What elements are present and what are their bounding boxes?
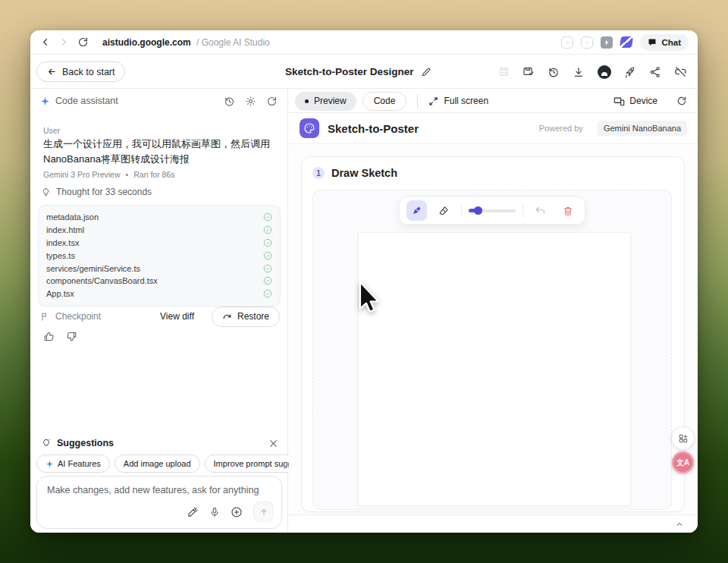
send-button[interactable] — [253, 502, 274, 522]
chip-label: AI Features — [58, 459, 101, 468]
file-row[interactable]: types.ts — [46, 249, 272, 262]
file-name: metadata.json — [46, 212, 99, 222]
translate-floating-button[interactable]: 文A — [672, 451, 694, 473]
pen-tool-button[interactable] — [406, 200, 427, 221]
user-message: 生成一个设计应用，我可以用鼠标画草图，然后调用NanoBanana将草图转成设计… — [43, 137, 275, 167]
back-to-start-button[interactable]: Back to start — [36, 61, 125, 82]
tab-code[interactable]: Code — [362, 92, 407, 111]
chip-add-image-upload[interactable]: Add image upload — [115, 454, 200, 473]
undo-button[interactable] — [530, 200, 551, 221]
back-icon[interactable] — [39, 36, 51, 48]
check-icon — [263, 276, 272, 285]
bolt-extension-icon[interactable] — [601, 36, 613, 49]
chat-button[interactable]: Chat — [640, 34, 689, 51]
pen-nib-icon — [411, 205, 422, 216]
file-row[interactable]: App.tsx — [46, 288, 272, 300]
trash-icon — [563, 206, 573, 216]
code-assistant-panel: Code assistant User 生成一个设计应用，我可以用鼠标画草图，然… — [30, 90, 288, 533]
github-icon[interactable] — [598, 65, 611, 79]
download-icon[interactable] — [573, 66, 585, 78]
file-name: index.tsx — [46, 238, 79, 247]
run-duration: Ran for 86s — [133, 170, 174, 179]
edit-title-icon[interactable] — [421, 67, 431, 77]
eraser-icon — [438, 205, 450, 216]
brush-size-slider[interactable] — [469, 200, 516, 221]
file-row[interactable]: index.tsx — [46, 237, 272, 250]
extension-icon[interactable]: › — [561, 36, 573, 49]
sparkle-icon — [46, 460, 54, 468]
apps-grid-icon — [678, 433, 689, 444]
powered-by-label: Powered by — [539, 124, 583, 133]
app-preview-body: 1 Draw Sketch — [289, 144, 698, 514]
restore-icon — [222, 312, 232, 322]
file-row[interactable]: components/CanvasBoard.tsx — [46, 275, 272, 288]
file-row[interactable]: metadata.json — [46, 211, 272, 224]
panel-history-icon[interactable] — [224, 96, 235, 107]
unlink-icon[interactable] — [674, 65, 687, 78]
panel-refresh-icon[interactable] — [266, 96, 278, 107]
model-run-info: Gemini 3 Pro Preview • Ran for 86s — [43, 170, 175, 179]
thumb-down-icon[interactable] — [66, 331, 77, 342]
send-arrow-icon — [259, 508, 268, 517]
apps-grid-floating-button[interactable] — [672, 427, 694, 449]
address-bar[interactable]: aistudio.google.com / Google AI Studio — [102, 37, 270, 48]
project-title: Sketch-to-Poster Designer — [285, 66, 414, 77]
preview-refresh-icon[interactable] — [676, 96, 687, 106]
collapse-chevron-icon[interactable] — [675, 520, 684, 529]
share-icon[interactable] — [649, 66, 661, 78]
live-dot — [305, 99, 309, 103]
browser-toolbar: aistudio.google.com / Google AI Studio ›… — [30, 30, 698, 55]
generated-files-card: metadata.json index.html index.tsx types… — [38, 205, 281, 307]
clear-canvas-button[interactable] — [557, 200, 578, 221]
settings-gear-icon[interactable] — [245, 96, 256, 107]
history-icon[interactable] — [548, 66, 560, 78]
app-title: Sketch-to-Poster — [328, 122, 419, 135]
save-copy-icon[interactable] — [522, 66, 535, 78]
device-selector[interactable]: Device — [613, 96, 657, 107]
user-role-label: User — [43, 126, 60, 135]
full-screen-button[interactable]: Full screen — [428, 96, 488, 106]
prompt-composer — [36, 476, 282, 529]
device-icon — [613, 96, 625, 107]
chip-ai-features[interactable]: AI Features — [36, 454, 110, 473]
checkpoint-label: Checkpoint — [55, 311, 101, 322]
check-icon — [263, 251, 272, 260]
eraser-tool-button[interactable] — [434, 200, 454, 221]
forward-icon[interactable] — [58, 36, 70, 48]
restore-label: Restore — [237, 311, 269, 322]
extension-icon[interactable]: › — [581, 36, 593, 49]
magic-edit-icon[interactable] — [187, 506, 199, 517]
sketch-zone — [312, 190, 672, 510]
draw-sketch-card: 1 Draw Sketch — [301, 156, 685, 512]
check-icon — [263, 264, 272, 273]
mic-icon[interactable] — [209, 507, 220, 517]
thought-summary-toggle[interactable]: Thought for 33 seconds — [41, 187, 152, 197]
file-row[interactable]: index.html — [46, 224, 272, 237]
chat-label: Chat — [661, 38, 681, 47]
check-icon — [263, 289, 272, 298]
file-name: components/CanvasBoard.tsx — [46, 276, 158, 285]
thumb-up-icon[interactable] — [43, 331, 55, 342]
back-arrow-icon — [47, 67, 57, 77]
tab-preview[interactable]: Preview — [295, 92, 356, 111]
bullet-separator: • — [126, 170, 129, 179]
back-to-start-label: Back to start — [62, 67, 115, 77]
view-diff-button[interactable]: View diff — [160, 311, 194, 322]
check-icon — [263, 238, 272, 247]
drawing-toolbar — [399, 197, 585, 225]
close-suggestions-icon[interactable] — [268, 439, 278, 448]
add-icon[interactable] — [231, 506, 243, 518]
url-domain: aistudio.google.com — [102, 37, 191, 48]
translate-icon: 文A — [676, 458, 689, 468]
checkpoint-flag-icon — [40, 312, 50, 322]
browser-window: aistudio.google.com / Google AI Studio ›… — [30, 30, 698, 533]
save-icon[interactable] — [498, 66, 510, 77]
deploy-rocket-icon[interactable] — [624, 66, 636, 78]
restore-button[interactable]: Restore — [212, 307, 280, 327]
gemini-extension-icon[interactable] — [620, 36, 633, 48]
file-name: App.tsx — [46, 289, 74, 298]
reload-icon[interactable] — [77, 36, 89, 48]
file-row[interactable]: services/geminiService.ts — [46, 262, 272, 275]
drawing-canvas[interactable] — [358, 232, 631, 506]
url-site-name: / Google AI Studio — [196, 37, 270, 48]
